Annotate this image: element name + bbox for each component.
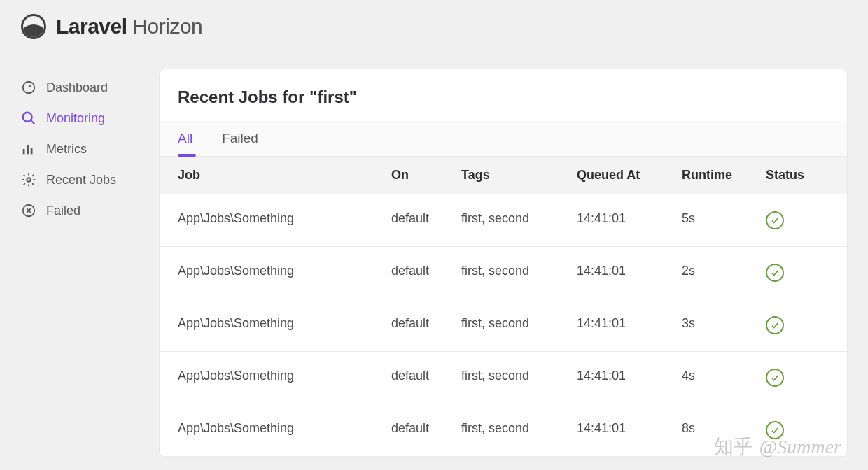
col-header-status: Status: [766, 168, 829, 183]
cell-status: [766, 369, 829, 387]
gear-icon: [21, 172, 36, 187]
cell-queued: 14:41:01: [577, 421, 682, 439]
cell-job: App\Jobs\Something: [178, 264, 391, 282]
svg-point-2: [23, 113, 32, 122]
sidebar-item-dashboard[interactable]: Dashboard: [21, 72, 140, 103]
cell-tags: first, second: [461, 211, 577, 229]
sidebar-item-recent-jobs[interactable]: Recent Jobs: [21, 164, 140, 195]
cell-queued: 14:41:01: [577, 211, 682, 229]
svg-point-7: [27, 178, 31, 182]
cell-queued: 14:41:01: [577, 264, 682, 282]
main-panel: Recent Jobs for "first" AllFailed Job On…: [160, 69, 847, 457]
svg-rect-5: [27, 145, 29, 155]
check-circle-icon: [766, 421, 784, 439]
svg-line-3: [31, 120, 35, 124]
cell-status: [766, 264, 829, 282]
col-header-queued: Queued At: [577, 168, 682, 183]
brand-title: Laravel Horizon: [56, 15, 202, 38]
sidebar-item-metrics[interactable]: Metrics: [21, 134, 140, 164]
col-header-on: On: [391, 168, 461, 183]
logo-icon: [21, 14, 46, 39]
cell-runtime: 3s: [682, 316, 766, 334]
svg-rect-6: [31, 148, 33, 154]
search-icon: [21, 111, 36, 126]
cell-job: App\Jobs\Something: [178, 211, 391, 229]
cell-runtime: 2s: [682, 264, 766, 282]
tab-failed[interactable]: Failed: [222, 121, 258, 156]
check-circle-icon: [766, 264, 784, 282]
cell-on: default: [391, 316, 461, 334]
cell-status: [766, 421, 829, 439]
cell-tags: first, second: [461, 369, 577, 387]
table-row[interactable]: App\Jobs\Somethingdefaultfirst, second14…: [160, 404, 847, 457]
tabs: AllFailed: [160, 121, 847, 157]
cell-tags: first, second: [461, 421, 577, 439]
check-circle-icon: [766, 211, 784, 229]
bars-icon: [21, 141, 36, 157]
app-header: Laravel Horizon: [21, 14, 847, 55]
sidebar-item-label: Monitoring: [46, 111, 105, 126]
close-circle-icon: [21, 203, 36, 218]
sidebar-item-label: Failed: [46, 204, 80, 218]
cell-queued: 14:41:01: [577, 369, 682, 387]
gauge-icon: [21, 80, 36, 95]
cell-tags: first, second: [461, 316, 577, 334]
cell-queued: 14:41:01: [577, 316, 682, 334]
cell-tags: first, second: [461, 264, 577, 282]
table-row[interactable]: App\Jobs\Somethingdefaultfirst, second14…: [160, 299, 847, 352]
cell-job: App\Jobs\Something: [178, 421, 391, 439]
cell-on: default: [391, 264, 461, 282]
tab-all[interactable]: All: [178, 121, 192, 156]
svg-line-1: [29, 85, 31, 87]
sidebar-item-failed[interactable]: Failed: [21, 195, 140, 226]
cell-on: default: [391, 211, 461, 229]
cell-runtime: 8s: [682, 421, 766, 439]
cell-runtime: 4s: [682, 369, 766, 387]
cell-on: default: [391, 421, 461, 439]
sidebar-item-label: Dashboard: [46, 80, 108, 95]
check-circle-icon: [766, 316, 784, 334]
check-circle-icon: [766, 369, 784, 387]
cell-status: [766, 211, 829, 229]
table-header-row: Job On Tags Queued At Runtime Status: [160, 157, 847, 194]
cell-job: App\Jobs\Something: [178, 369, 391, 387]
table-row[interactable]: App\Jobs\Somethingdefaultfirst, second14…: [160, 247, 847, 299]
col-header-tags: Tags: [461, 168, 577, 183]
sidebar: DashboardMonitoringMetricsRecent JobsFai…: [21, 69, 140, 457]
sidebar-item-monitoring[interactable]: Monitoring: [21, 103, 140, 134]
cell-status: [766, 316, 829, 334]
cell-on: default: [391, 369, 461, 387]
cell-runtime: 5s: [682, 211, 766, 229]
table-row[interactable]: App\Jobs\Somethingdefaultfirst, second14…: [160, 194, 847, 247]
table-row[interactable]: App\Jobs\Somethingdefaultfirst, second14…: [160, 352, 847, 404]
page-title: Recent Jobs for "first": [160, 69, 847, 121]
col-header-runtime: Runtime: [682, 168, 766, 183]
col-header-job: Job: [178, 168, 391, 183]
sidebar-item-label: Metrics: [46, 142, 87, 157]
sidebar-item-label: Recent Jobs: [46, 173, 116, 187]
svg-rect-4: [23, 149, 25, 154]
cell-job: App\Jobs\Something: [178, 316, 391, 334]
